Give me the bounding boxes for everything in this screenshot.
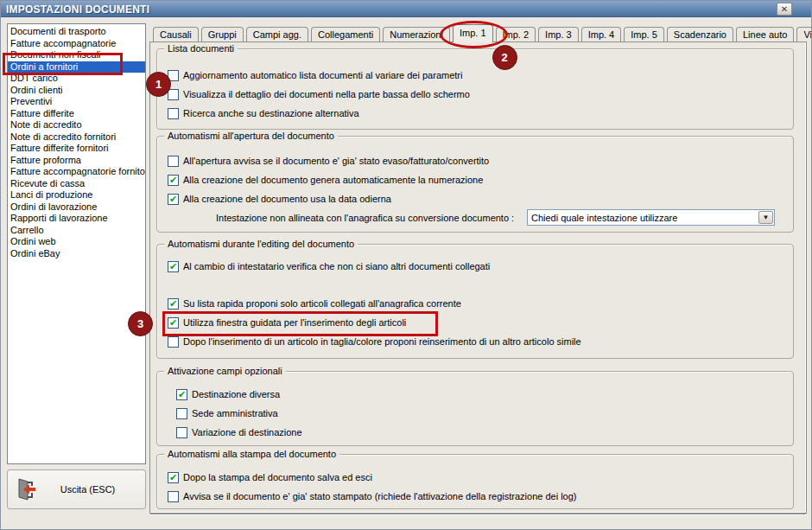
list-item[interactable]: Preventivi [8, 96, 145, 108]
exit-button-label: Uscita (ESC) [39, 484, 145, 495]
tab-numerazioni[interactable]: Numerazioni [383, 27, 450, 42]
checkbox-row: Sede amministrativa [176, 406, 793, 420]
checkbox-label: Alla creazione del documento genera auto… [183, 175, 483, 185]
checkbox-row: Dopo l'inserimento di un articolo in tag… [168, 335, 793, 348]
list-item[interactable]: Fatture differite [8, 108, 145, 120]
tab-imp-2[interactable]: Imp. 2 [496, 27, 536, 42]
checkbox-label: Su lista rapida proponi solo articoli co… [183, 298, 461, 309]
checkbox-unchecked[interactable] [168, 70, 179, 81]
document-type-list[interactable]: Documenti di trasportoFatture accompagna… [7, 23, 146, 464]
checkbox-label: Dopo la stampa del documento salva ed es… [183, 472, 372, 482]
checkbox-unchecked[interactable] [168, 156, 179, 167]
list-item-selected[interactable]: Ordini a fornitori [8, 61, 145, 73]
checkbox-label: Al cambio di intestatario verifica che n… [183, 261, 490, 271]
list-item[interactable]: Ordini eBay [8, 248, 145, 260]
checkbox-label: Dopo l'inserimento di un articolo in tag… [183, 336, 581, 347]
checkbox-row: Ricerca anche su destinazione alternativ… [168, 106, 793, 120]
checkbox-row: Dopo la stampa del documento salva ed es… [168, 470, 793, 484]
checkbox-row: Visualizza il dettaglio dei documenti ne… [168, 87, 793, 101]
list-item[interactable]: Documenti non fiscali [8, 49, 145, 61]
checkbox-unchecked[interactable] [176, 427, 187, 438]
list-item[interactable]: Carrello [8, 225, 145, 237]
close-icon[interactable]: ✕ [777, 3, 792, 16]
checkbox-label: Avvisa se il documento e' gia' stato sta… [183, 491, 577, 501]
checkbox-label: All'apertura avvisa se il documento e' g… [183, 156, 489, 166]
list-item[interactable]: Rapporti di lavorazione [8, 213, 145, 225]
window-title: IMPOSTAZIONI DOCUMENTI [6, 3, 149, 16]
checkbox-row: Destinazione diversa [176, 387, 793, 401]
tab-causali[interactable]: Causali [153, 27, 199, 42]
group-automatismi-editing: Automatismi durante l'editing del docume… [156, 244, 794, 359]
checkbox-label: Ricerca anche su destinazione alternativ… [183, 108, 359, 118]
tab-scadenzario[interactable]: Scadenzario [667, 27, 733, 42]
checkbox-checked[interactable] [168, 317, 179, 329]
checkbox-label: Aggiornamento automatico lista documenti… [183, 70, 462, 80]
checkbox-unchecked[interactable] [168, 108, 179, 119]
intestazione-label: Intestazione non allineata con l'anagraf… [216, 213, 514, 223]
chevron-down-icon[interactable]: ▼ [758, 211, 773, 224]
group-automatismi-stampa: Automatismi alla stampa del documento Do… [156, 454, 794, 509]
checkbox-label: Utilizza finestra guidata per l'inserime… [183, 317, 406, 328]
checkbox-unchecked[interactable] [168, 491, 179, 502]
tab-vincoli-e-controlli[interactable]: Vincoli e controlli [796, 27, 812, 42]
checkbox-row: Alla creazione del documento usa la data… [168, 192, 793, 206]
checkbox-label: Destinazione diversa [192, 389, 280, 399]
list-item[interactable]: Lanci di produzione [8, 189, 145, 201]
list-item[interactable]: Note di accredito [8, 119, 145, 131]
list-item[interactable]: Ordini clienti [8, 85, 145, 97]
checkbox-row: All'apertura avvisa se il documento e' g… [168, 154, 793, 168]
exit-button[interactable]: Uscita (ESC) [7, 469, 146, 509]
checkbox-row: Avvisa se il documento e' gia' stato sta… [168, 489, 793, 503]
checkbox-row: Al cambio di intestatario verifica che n… [168, 259, 793, 273]
list-item[interactable]: Fatture differite fornitori [8, 143, 145, 155]
list-item[interactable]: Fatture proforma [8, 155, 145, 167]
tab-collegamenti[interactable]: Collegamenti [311, 27, 380, 42]
tab-imp-3[interactable]: Imp. 3 [538, 27, 579, 42]
checkbox-unchecked[interactable] [168, 89, 179, 100]
checkbox-label: Sede amministrativa [192, 408, 278, 418]
list-item[interactable]: Note di accredito fornitori [8, 131, 145, 144]
checkbox-label: Visualizza il dettaglio dei documenti ne… [183, 89, 470, 99]
checkbox-unchecked[interactable] [168, 336, 179, 348]
checkbox-checked[interactable] [168, 472, 179, 483]
tab-strip: CausaliGruppiCampi agg.CollegamentiNumer… [153, 24, 812, 42]
checkbox-checked[interactable] [168, 261, 179, 272]
checkbox-row: Utilizza finestra guidata per l'inserime… [168, 316, 793, 329]
list-item[interactable]: DDT carico [8, 73, 145, 85]
list-item[interactable]: Documenti di trasporto [8, 26, 145, 38]
group-campi-opzionali: Attivazione campi opzionali Destinazione… [156, 371, 794, 446]
group-automatismi-apertura: Automatismi all'apertura del documento A… [156, 136, 794, 233]
checkbox-checked[interactable] [176, 389, 187, 400]
tab-imp-4[interactable]: Imp. 4 [581, 27, 622, 42]
checkbox-row: Alla creazione del documento genera auto… [168, 173, 793, 187]
settings-dialog: IMPOSTAZIONI DOCUMENTI ✕ Documenti di tr… [0, 0, 812, 530]
list-item[interactable]: Ordini di lavorazione [8, 201, 145, 214]
list-item[interactable]: Ricevute di cassa [8, 178, 145, 190]
list-item[interactable]: Fatture accompagnatorie fornitori [8, 166, 145, 178]
title-bar: IMPOSTAZIONI DOCUMENTI ✕ [1, 1, 812, 17]
checkbox-label: Alla creazione del documento usa la data… [183, 194, 391, 204]
tab-imp-1[interactable]: Imp. 1 [453, 24, 493, 42]
dropdown-selected-value: Chiedi quale intestazione utilizzare [531, 213, 774, 223]
group-lista-documenti: Lista documenti Aggiornamento automatico… [156, 48, 794, 130]
checkbox-checked[interactable] [168, 298, 179, 310]
intestazione-dropdown[interactable]: Chiedi quale intestazione utilizzare ▼ [527, 209, 775, 226]
checkbox-checked[interactable] [168, 175, 179, 186]
tab-imp-5[interactable]: Imp. 5 [624, 27, 664, 42]
list-item[interactable]: Ordini web [8, 236, 145, 248]
tab-campi-agg-[interactable]: Campi agg. [246, 27, 308, 42]
checkbox-row: Su lista rapida proponi solo articoli co… [168, 297, 793, 310]
checkbox-checked[interactable] [168, 194, 179, 205]
checkbox-row: Aggiornamento automatico lista documenti… [168, 68, 793, 82]
tab-gruppi[interactable]: Gruppi [201, 27, 244, 42]
checkbox-label: Variazione di destinazione [192, 427, 302, 437]
bottom-divider [150, 513, 806, 515]
list-item[interactable]: Fatture accompagnatorie [8, 38, 145, 50]
exit-door-icon [16, 477, 39, 501]
checkbox-row: Variazione di destinazione [176, 425, 793, 439]
checkbox-unchecked[interactable] [176, 408, 187, 419]
tab-linee-auto[interactable]: Linee auto [736, 27, 794, 42]
